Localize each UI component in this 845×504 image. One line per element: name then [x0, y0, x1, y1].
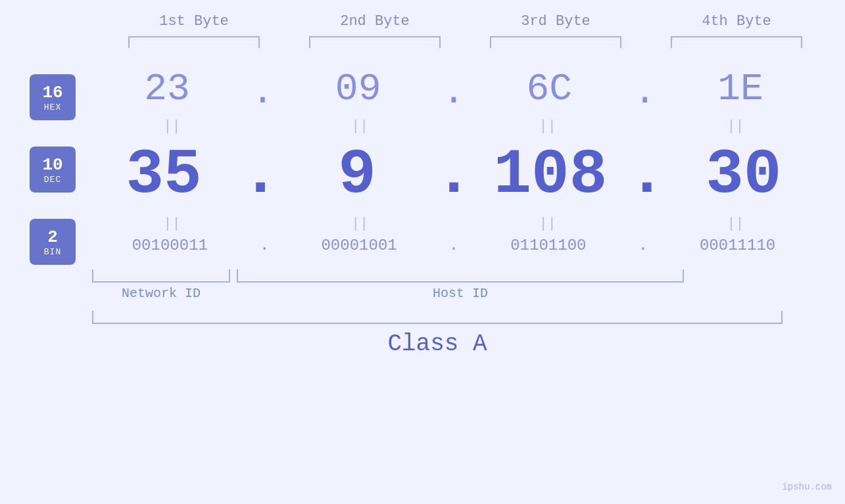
dot-hex-1: . — [251, 71, 274, 114]
equals-row-1: || || || || — [92, 117, 815, 136]
network-id-label: Network ID — [92, 286, 230, 301]
dot-hex-2: . — [443, 71, 466, 114]
class-bracket — [92, 311, 783, 324]
eq-sym-8: || — [669, 216, 801, 232]
equals-row-2: || || || || — [92, 214, 815, 233]
host-bracket — [237, 269, 684, 283]
dot-bin-1: . — [260, 237, 269, 254]
eq-sym-5: || — [106, 216, 237, 232]
class-a-label: Class A — [92, 331, 783, 357]
values-section: 23 . 09 . 6C . 1E || || || || 35 — [92, 61, 845, 265]
hex-badge: 16 HEX — [30, 74, 76, 120]
dot-bin-2: . — [449, 237, 458, 254]
dot-hex-3: . — [633, 71, 656, 114]
hex-val-3: 6C — [483, 68, 615, 110]
eq-sym-7: || — [482, 216, 614, 232]
hex-val-4: 1E — [675, 68, 806, 110]
top-bracket-2 — [309, 36, 441, 48]
bin-val-3: 01101100 — [483, 237, 614, 254]
bin-val-4: 00011110 — [672, 237, 804, 254]
dec-badge: 10 DEC — [30, 147, 76, 193]
top-brackets — [104, 36, 827, 48]
dec-row: 35 . 9 . 108 . 30 — [92, 136, 815, 214]
dot-dec-3: . — [628, 139, 666, 211]
top-bracket-4 — [671, 36, 802, 48]
eq-sym-6: || — [294, 216, 425, 232]
eq-sym-3: || — [482, 118, 614, 135]
bin-row: 00100011 . 00001001 . 01101100 . 0001111… — [92, 233, 815, 258]
dot-dec-1: . — [241, 139, 279, 211]
byte4-header: 4th Byte — [671, 13, 802, 30]
id-labels: Network ID Host ID — [92, 286, 815, 301]
dec-val-3: 108 — [485, 139, 616, 211]
badges-column: 16 HEX 10 DEC 2 BIN — [0, 61, 92, 265]
hex-badge-number: 16 — [42, 83, 62, 103]
byte-headers-row: 1st Byte 2nd Byte 3rd Byte 4th Byte — [104, 13, 827, 30]
hex-badge-label: HEX — [44, 103, 61, 112]
hex-row: 23 . 09 . 6C . 1E — [92, 61, 815, 117]
eq-sym-2: || — [294, 118, 425, 135]
bottom-brackets — [92, 269, 815, 283]
dec-val-2: 9 — [291, 139, 423, 211]
byte3-header: 3rd Byte — [490, 13, 621, 30]
dec-badge-label: DEC — [44, 175, 61, 185]
dec-val-4: 30 — [678, 139, 809, 211]
top-bracket-1 — [128, 36, 260, 48]
host-id-label: Host ID — [237, 286, 684, 301]
hex-val-1: 23 — [101, 68, 233, 110]
class-section: Class A — [92, 311, 783, 357]
hex-val-2: 09 — [293, 68, 424, 110]
eq-sym-4: || — [669, 118, 801, 135]
bin-badge: 2 BIN — [30, 219, 76, 265]
top-bracket-3 — [490, 36, 621, 48]
byte1-header: 1st Byte — [128, 13, 260, 30]
network-bracket — [92, 269, 230, 283]
byte2-header: 2nd Byte — [309, 13, 441, 30]
bin-badge-label: BIN — [44, 247, 61, 257]
bottom-section: Network ID Host ID Class A — [0, 266, 845, 357]
dot-dec-2: . — [435, 139, 473, 211]
dot-bin-3: . — [639, 237, 648, 254]
dec-badge-number: 10 — [42, 155, 62, 175]
main-container: 1st Byte 2nd Byte 3rd Byte 4th Byte 16 H… — [0, 0, 845, 504]
bin-badge-number: 2 — [47, 227, 58, 247]
dec-val-1: 35 — [98, 139, 229, 211]
bin-val-1: 00100011 — [104, 237, 235, 254]
watermark: ipshu.com — [782, 482, 832, 492]
eq-sym-1: || — [106, 118, 237, 135]
data-area: 16 HEX 10 DEC 2 BIN 23 . 09 . 6C . 1E — [0, 61, 845, 265]
bin-val-2: 00001001 — [293, 237, 425, 254]
